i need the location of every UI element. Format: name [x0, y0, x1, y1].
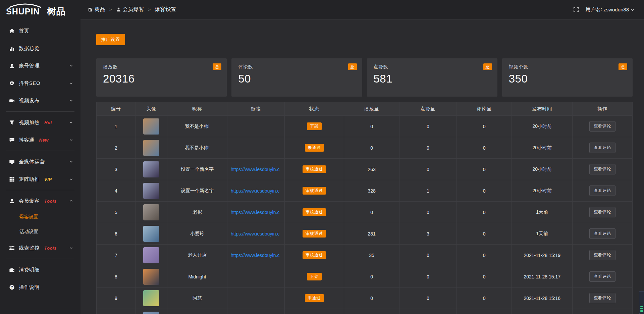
promotion-settings-button[interactable]: 推广设置 — [96, 34, 125, 45]
fullscreen-icon[interactable] — [573, 7, 579, 12]
table-row — [97, 309, 633, 314]
sidebar-item[interactable]: 账号管理 — [0, 57, 80, 74]
column-header: 评论量 — [457, 102, 512, 116]
view-comments-button[interactable]: 查看评论 — [589, 121, 615, 132]
chevron-down-icon — [630, 8, 635, 12]
stat-value: 350 — [509, 72, 626, 85]
user-menu[interactable]: 用户名: zswodun88 — [586, 6, 635, 13]
dashboard-icon — [88, 7, 93, 12]
breadcrumb-item-member[interactable]: 会员爆客 — [116, 6, 144, 13]
cell-action: 查看评论 — [572, 137, 632, 159]
video-link[interactable]: https://www.iesdouyin.c — [227, 253, 284, 258]
video-link[interactable]: https://www.iesdouyin.c — [227, 188, 284, 194]
video-link[interactable]: https://www.iesdouyin.c — [227, 167, 284, 172]
sidebar-item[interactable]: 线索监控 Tools — [0, 239, 80, 257]
view-comments-button[interactable]: 查看评论 — [589, 250, 615, 260]
sidebar-item[interactable]: 全媒体运营 — [0, 153, 80, 170]
breadcrumb-item-home[interactable]: 树品 — [88, 6, 105, 13]
view-comments-button[interactable]: 查看评论 — [589, 228, 615, 239]
sidebar-item[interactable]: 抖客通 New — [0, 131, 80, 149]
sidebar-item[interactable]: 矩阵助推 VIP — [0, 170, 80, 188]
cell-action: 查看评论 — [572, 180, 632, 202]
stat-label: 播放数 — [103, 64, 220, 70]
cell-status: 未通过 — [284, 287, 344, 309]
sidebar-subitem[interactable]: 活动设置 — [0, 224, 80, 239]
cell-nickname — [167, 309, 227, 314]
cell-comments: 0 — [457, 287, 512, 309]
video-link[interactable]: https://www.iesdouyin.c — [227, 210, 284, 215]
view-comments-button[interactable]: 查看评论 — [589, 271, 615, 282]
cell-id: 7 — [97, 245, 136, 266]
floating-widget[interactable] — [639, 291, 644, 314]
sidebar-item[interactable]: 消费明细 — [0, 261, 80, 278]
cell-likes: 0 — [399, 245, 457, 266]
cell-nickname: 老彬 — [167, 202, 227, 223]
funnel-icon — [9, 120, 15, 125]
cell-nickname: 我不是小帅! — [167, 116, 227, 137]
breadcrumb-separator: > — [109, 7, 113, 12]
cell-id: 6 — [97, 223, 136, 245]
cell-id: 8 — [97, 266, 136, 287]
sliders-icon — [9, 245, 15, 251]
breadcrumb: 树品 > 会员爆客 > 爆客设置 — [88, 6, 176, 13]
sidebar-item[interactable]: 视频加热 Hot — [0, 114, 80, 131]
sidebar-item[interactable]: 抖音SEO — [0, 74, 80, 92]
gear-icon — [9, 81, 15, 86]
sidebar-item[interactable]: 视频发布 — [0, 92, 80, 109]
cell-id: 3 — [97, 159, 136, 180]
avatar — [143, 290, 159, 306]
sidebar-item[interactable]: ? 操作说明 — [0, 278, 80, 296]
cell-status: 未通过 — [284, 137, 344, 159]
cell-likes: 0 — [399, 266, 457, 287]
cell-status: 审核通过 — [284, 202, 344, 223]
cell-link: https://www.iesdouyin.c — [227, 202, 284, 223]
sidebar-item[interactable]: 首页 — [0, 22, 80, 40]
view-comments-button[interactable]: 查看评论 — [589, 186, 615, 196]
cell-link: https://www.iesdouyin.c — [227, 159, 284, 180]
stat-card-likes: 点赞数 581 总 — [367, 58, 497, 97]
breadcrumb-item-current: 爆客设置 — [155, 6, 176, 13]
sidebar-item[interactable]: 会员爆客 Tools — [0, 192, 80, 210]
status-badge: 审核通过 — [303, 165, 326, 173]
stat-value: 50 — [238, 72, 355, 85]
cell-id — [97, 309, 136, 314]
avatar — [143, 183, 159, 199]
cell-plays: 0 — [344, 137, 399, 159]
cell-avatar — [136, 180, 167, 202]
sidebar-divider — [6, 111, 74, 112]
cell-link: https://www.iesdouyin.c — [227, 245, 284, 266]
cell-status: 下架 — [284, 266, 344, 287]
column-header: 昵称 — [167, 102, 227, 116]
video-link[interactable]: https://www.iesdouyin.c — [227, 231, 284, 237]
sidebar-subitem[interactable]: 爆客设置 — [0, 210, 80, 224]
total-badge: 总 — [213, 63, 221, 70]
cell-link — [227, 309, 284, 314]
view-comments-button[interactable]: 查看评论 — [589, 164, 615, 174]
table-row: 7 老人开店 https://www.iesdouyin.c 审核通过 35 0… — [97, 245, 633, 266]
wallet-icon — [9, 267, 15, 273]
avatar — [143, 312, 159, 314]
svg-text:?: ? — [11, 285, 13, 289]
cell-likes: 3 — [399, 223, 457, 245]
cell-id: 5 — [97, 202, 136, 223]
column-header: 播放量 — [344, 102, 399, 116]
help-icon: ? — [9, 284, 15, 290]
home-icon — [9, 28, 15, 34]
cell-nickname: 阿慧 — [167, 287, 227, 309]
status-badge: 审核通过 — [303, 230, 326, 238]
cell-comments: 0 — [457, 137, 512, 159]
view-comments-button[interactable]: 查看评论 — [589, 143, 615, 153]
table-row: 2 我不是小帅! 未通过 0 0 0 20小时前 查看评论 — [97, 137, 633, 159]
cell-status: 下架 — [284, 116, 344, 137]
table-header-row: 编号头像昵称链接状态播放量点赞量评论量发布时间操作 — [97, 102, 633, 116]
chevron-down-icon — [69, 99, 73, 103]
view-comments-button[interactable]: 查看评论 — [589, 293, 615, 303]
sidebar-item[interactable]: 数据总览 — [0, 40, 80, 57]
view-comments-button[interactable]: 查看评论 — [589, 207, 615, 217]
stat-card-plays: 播放数 20316 总 — [96, 58, 227, 97]
cell-status: 审核通过 — [284, 180, 344, 202]
cell-nickname: 我不是小帅! — [167, 137, 227, 159]
chevron-down-icon — [69, 138, 73, 142]
username-label: 用户名: — [586, 6, 602, 13]
stat-value: 581 — [374, 72, 491, 85]
